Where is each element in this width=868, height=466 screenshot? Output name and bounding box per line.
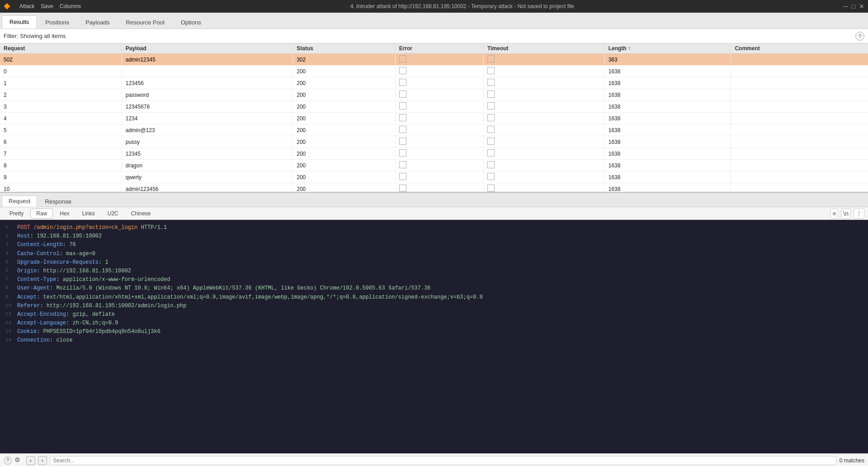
line-content: Connection: close — [17, 336, 72, 345]
tab-results[interactable]: Results — [2, 15, 37, 29]
cell-length: 1638 — [604, 89, 731, 101]
checkbox[interactable] — [399, 90, 406, 98]
checkbox[interactable] — [399, 173, 406, 180]
tab-payloads[interactable]: Payloads — [78, 16, 117, 29]
checkbox[interactable] — [487, 79, 495, 86]
tab-options[interactable]: Options — [173, 16, 209, 29]
settings-icon[interactable]: ⋮ — [854, 209, 864, 219]
panel-tab-response[interactable]: Response — [38, 196, 78, 207]
checkbox[interactable] — [399, 114, 406, 121]
checkbox[interactable] — [487, 67, 495, 74]
cell-request: 502 — [0, 54, 122, 66]
table-row[interactable]: 8dragon2001638 — [0, 160, 868, 171]
checkbox[interactable] — [399, 185, 406, 192]
col-error[interactable]: Error — [395, 43, 483, 54]
checkbox[interactable] — [487, 126, 495, 133]
cell-timeout — [484, 66, 605, 77]
subtab-raw[interactable]: Raw — [30, 209, 53, 219]
subtab-chinese[interactable]: Chinese — [125, 209, 157, 219]
minimize-button[interactable]: ─ — [844, 3, 848, 10]
maximize-button[interactable]: □ — [852, 3, 855, 10]
cell-status: 200 — [293, 113, 395, 124]
filter-help-button[interactable]: ? — [855, 32, 864, 41]
checkbox[interactable] — [399, 149, 406, 157]
table-row[interactable]: 11234562001638 — [0, 77, 868, 89]
cell-comment — [731, 171, 868, 183]
cell-error — [395, 183, 483, 193]
cell-length: 1638 — [604, 124, 731, 136]
subtab-links[interactable]: Links — [76, 209, 101, 219]
checkbox[interactable] — [399, 55, 406, 62]
cell-timeout — [484, 124, 605, 136]
panel-tab-request[interactable]: Request — [2, 195, 37, 207]
search-next-button[interactable]: › — [38, 456, 47, 465]
header-name: Cookie — [17, 328, 37, 335]
search-input[interactable] — [50, 456, 837, 465]
cell-status: 200 — [293, 101, 395, 113]
line-number: 12 — [5, 319, 14, 328]
checkbox[interactable] — [399, 67, 406, 74]
checkbox[interactable] — [399, 102, 406, 109]
search-help-button[interactable]: ? — [4, 456, 12, 465]
table-row[interactable]: 9qwerty2001638 — [0, 171, 868, 183]
search-settings-button[interactable]: ⚙ — [14, 456, 24, 465]
table-row[interactable]: 3123456782001638 — [0, 101, 868, 113]
header-value: : text/html,application/xhtml+xml,applic… — [37, 294, 483, 300]
request-line: 4Cache-Control: max-age=0 — [5, 250, 863, 258]
results-table-wrapper[interactable]: Request Payload Status Error Timeout Len… — [0, 43, 868, 193]
checkbox[interactable] — [399, 79, 406, 86]
cell-payload: dragon — [122, 160, 292, 171]
cell-status: 200 — [293, 171, 395, 183]
table-row[interactable]: 6pussy2001638 — [0, 136, 868, 148]
checkbox[interactable] — [487, 114, 495, 121]
line-number: 2 — [5, 232, 14, 241]
col-timeout[interactable]: Timeout — [484, 43, 605, 54]
table-row[interactable]: 412342001638 — [0, 113, 868, 124]
line-numbers-icon[interactable]: \n — [841, 209, 851, 219]
subtab-hex[interactable]: Hex — [54, 209, 75, 219]
tab-resource-pool[interactable]: Resource Pool — [118, 16, 172, 29]
tab-positions[interactable]: Positions — [38, 16, 77, 29]
subtab-u2c[interactable]: U2C — [102, 209, 124, 219]
cell-request: 9 — [0, 171, 122, 183]
col-length[interactable]: Length ↑ — [604, 43, 731, 54]
header-value: : close — [50, 337, 72, 343]
close-button[interactable]: ✕ — [859, 3, 864, 10]
table-row[interactable]: 5admin@1232001638 — [0, 124, 868, 136]
col-status[interactable]: Status — [293, 43, 395, 54]
checkbox[interactable] — [487, 149, 495, 157]
header-value: : http://192.168.81.195:10002/admin/logi… — [40, 303, 186, 309]
checkbox[interactable] — [399, 126, 406, 133]
checkbox[interactable] — [487, 185, 495, 192]
table-row[interactable]: 10admin1234562001638 — [0, 183, 868, 193]
word-wrap-icon[interactable]: ≡ — [830, 209, 838, 219]
col-comment[interactable]: Comment — [731, 43, 868, 54]
cell-status: 200 — [293, 124, 395, 136]
checkbox[interactable] — [399, 161, 406, 168]
checkbox[interactable] — [487, 161, 495, 168]
menu-attack[interactable]: Attack — [19, 3, 34, 10]
line-number: 13 — [5, 328, 14, 336]
table-row[interactable]: 502admin12345302363 — [0, 54, 868, 66]
table-row[interactable]: 02001638 — [0, 66, 868, 77]
checkbox[interactable] — [399, 138, 406, 145]
menu-save[interactable]: Save — [41, 3, 53, 10]
menu-columns[interactable]: Columns — [60, 3, 81, 10]
checkbox[interactable] — [487, 173, 495, 180]
cell-comment — [731, 183, 868, 193]
checkbox[interactable] — [487, 55, 495, 62]
table-row[interactable]: 7123452001638 — [0, 148, 868, 160]
cell-timeout — [484, 89, 605, 101]
col-payload[interactable]: Payload — [122, 43, 292, 54]
table-row[interactable]: 2password2001638 — [0, 89, 868, 101]
checkbox[interactable] — [487, 102, 495, 109]
cell-timeout — [484, 77, 605, 89]
subtab-pretty[interactable]: Pretty — [4, 209, 29, 219]
checkbox[interactable] — [487, 138, 495, 145]
search-prev-button[interactable]: ‹ — [26, 456, 35, 465]
line-content: Host: 192.168.81.195:10002 — [17, 232, 102, 241]
header-name: Accept-Encoding — [17, 311, 66, 318]
checkbox[interactable] — [487, 90, 495, 98]
cell-error — [395, 54, 483, 66]
col-request[interactable]: Request — [0, 43, 122, 54]
